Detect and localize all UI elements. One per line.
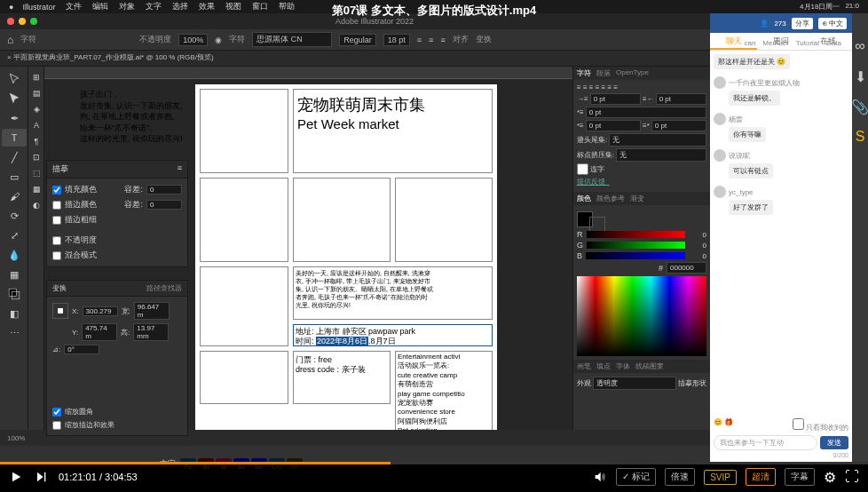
document-tab[interactable]: × 平面新视觉典业班_PART.07_作业模版.ai* @ 100 % (RGB…	[0, 51, 710, 67]
align-label[interactable]: 对齐	[453, 34, 469, 45]
angle-field[interactable]: 0°	[64, 345, 99, 354]
blend-check[interactable]	[52, 251, 61, 260]
color-spectrum[interactable]	[577, 276, 706, 356]
download-icon[interactable]: ⬇	[854, 70, 866, 83]
scale-corner-check[interactable]	[52, 408, 61, 417]
speed-button[interactable]: 倍速	[665, 468, 695, 486]
fill-check[interactable]	[52, 186, 61, 194]
progress-bar[interactable]	[0, 462, 868, 464]
x-field[interactable]: 300.279	[83, 306, 118, 316]
close-window-icon[interactable]	[7, 18, 14, 25]
selection-tool-icon[interactable]	[2, 70, 27, 88]
strokew-check[interactable]	[52, 216, 61, 225]
opacity-field[interactable]: 100%	[178, 34, 208, 46]
tab-color[interactable]: 颜色	[577, 194, 591, 203]
tab-char[interactable]: 字符	[577, 68, 591, 78]
share-btn[interactable]: 分享	[792, 18, 813, 29]
chat-htab-2[interactable]: Tutorial	[796, 39, 819, 47]
volume-icon[interactable]	[593, 470, 607, 484]
g-value[interactable]: 0	[689, 242, 706, 250]
type-tool-icon[interactable]: T	[2, 129, 27, 147]
appearance-opacity[interactable]: 透明度	[593, 377, 676, 390]
kinsoku-select[interactable]: 无	[609, 133, 706, 147]
r-value[interactable]: 0	[689, 231, 706, 239]
lang-btn[interactable]: ⊕ 中文	[818, 18, 847, 29]
share-icon[interactable]: ∞	[854, 40, 866, 52]
maximize-window-icon[interactable]	[30, 18, 37, 25]
panel-icon-2[interactable]: ▤	[29, 86, 43, 100]
play-button[interactable]	[9, 470, 23, 484]
panel-icon-8[interactable]: ▦	[29, 182, 43, 196]
rotate-tool-icon[interactable]: ⟳	[2, 207, 27, 225]
private-check[interactable]	[793, 418, 804, 430]
align-right-icon[interactable]: ≡	[440, 36, 445, 44]
panel-icon-5[interactable]: ¶	[29, 134, 43, 148]
transform-tab[interactable]: 变换	[52, 283, 67, 293]
rectangle-tool-icon[interactable]: ▭	[2, 168, 27, 186]
panel-icon-7[interactable]: ⬚	[29, 166, 43, 180]
fill-tolerance[interactable]: 0	[146, 185, 182, 194]
w-field[interactable]: 96.647 m	[134, 302, 170, 320]
pathfinder-tab[interactable]: 路径查找器	[146, 283, 182, 293]
space-after[interactable]: 0 pt	[651, 120, 706, 131]
screen-mode-icon[interactable]: ◧	[2, 305, 27, 322]
mark-button[interactable]: ✓ 标记	[616, 468, 656, 486]
b-value[interactable]: 0	[689, 252, 706, 260]
reference-point[interactable]	[52, 303, 68, 319]
strokecolor-check[interactable]	[52, 201, 61, 210]
chat-input[interactable]: 我也来参与一下互动	[714, 435, 817, 450]
trace-tab[interactable]: 描摹	[52, 163, 68, 175]
clip-icon[interactable]: 📎	[854, 100, 866, 113]
h-field[interactable]: 13.97 mm	[133, 323, 169, 341]
first-indent[interactable]: 0 pt	[586, 107, 706, 118]
line-tool-icon[interactable]: ╱	[2, 148, 27, 166]
stroke-tolerance[interactable]: 0	[146, 200, 182, 210]
panel-icon-4[interactable]: A	[29, 118, 43, 132]
chat-htab-3[interactable]: Data	[826, 39, 841, 47]
pen-tool-icon[interactable]: ✒	[2, 109, 27, 127]
tab-guide[interactable]: 颜色参考	[596, 194, 625, 203]
tab-brush[interactable]: 画笔	[577, 361, 591, 371]
chat-htab-1[interactable]: Member	[762, 39, 788, 47]
indent-right[interactable]: 0 pt	[656, 93, 706, 105]
panel-menu-icon[interactable]: ≡	[178, 163, 182, 175]
tab-fill[interactable]: 填点	[596, 361, 611, 371]
brush-tool-icon[interactable]: 🖌	[2, 187, 27, 205]
next-button[interactable]	[34, 470, 48, 484]
r-slider[interactable]	[587, 231, 686, 238]
hyphen-check[interactable]	[577, 163, 588, 175]
scale-stroke-check[interactable]	[52, 421, 61, 430]
fill-stroke-icon[interactable]	[2, 285, 27, 303]
direct-select-tool-icon[interactable]	[2, 90, 27, 107]
eyedropper-tool-icon[interactable]: 💧	[2, 246, 27, 264]
char-panel-icon[interactable]: ◉	[215, 36, 222, 44]
tab-pattern[interactable]: 线稿图案	[635, 361, 664, 371]
subtitle-button[interactable]: 字幕	[785, 468, 815, 486]
send-button[interactable]: 发送	[820, 436, 848, 449]
font-family-select[interactable]: 思源黑体 CN	[252, 32, 332, 47]
tab-ot[interactable]: OpenType	[616, 68, 649, 78]
home-icon[interactable]: ⌂	[7, 34, 13, 46]
panel-icon-3[interactable]: ◈	[29, 102, 43, 116]
tab-font[interactable]: 字体	[616, 361, 630, 371]
scale-tool-icon[interactable]: ⤢	[2, 226, 27, 244]
b-slider[interactable]	[586, 252, 685, 259]
mojikumi-select[interactable]: 无	[616, 148, 706, 162]
feedback-link[interactable]: 提供反馈_	[577, 177, 609, 186]
align-icons[interactable]: ≡ ≡ ≡ ≡ ≡ ≡ ≡	[577, 83, 618, 91]
panel-icon-1[interactable]: ⊞	[29, 70, 43, 84]
font-weight-select[interactable]: Regular	[339, 34, 376, 46]
zoom-level[interactable]: 100%	[7, 434, 25, 442]
settings-icon[interactable]: ⚙	[824, 469, 836, 486]
minimize-window-icon[interactable]	[19, 18, 26, 25]
chat-htab-0[interactable]: can	[744, 39, 755, 47]
fullscreen-icon[interactable]: ⛶	[845, 469, 859, 485]
y-field[interactable]: 475.74 m	[82, 323, 117, 341]
vip-badge[interactable]: SVIP	[704, 470, 737, 485]
chat-messages[interactable]: 那这样是开还是关 😊 一千白夜里更如烟人物我还是解锁。 杨蕾你有等嘛 说说呢可以…	[710, 51, 852, 326]
font-size-field[interactable]: 18 pt	[383, 34, 410, 46]
gradient-tool-icon[interactable]: ▦	[2, 266, 27, 283]
panel-icon-6[interactable]: ⊡	[29, 150, 43, 164]
badge-s-icon[interactable]: S	[854, 131, 866, 143]
align-left-icon[interactable]: ≡	[417, 36, 422, 44]
